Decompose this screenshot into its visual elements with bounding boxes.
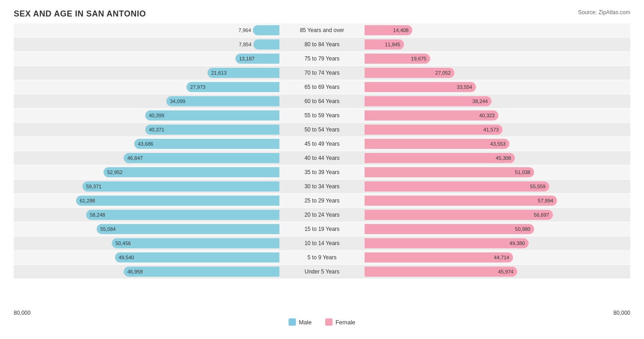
male-value: 43,686 xyxy=(138,141,153,147)
bar-row: 59,37130 to 34 Years55,559 xyxy=(14,180,630,193)
female-bar: 11,845 xyxy=(365,39,404,49)
left-half: 59,371 xyxy=(14,180,279,193)
bar-row: 43,68645 to 49 Years43,553 xyxy=(14,137,630,151)
female-value: 14,408 xyxy=(393,27,409,33)
age-label: 35 to 39 Years xyxy=(279,169,365,175)
left-half: 52,952 xyxy=(14,165,279,179)
left-half: 7,854 xyxy=(14,38,279,51)
male-bar: 46,847 xyxy=(124,153,279,163)
male-value: 34,099 xyxy=(170,98,186,104)
axis-bottom: 80,000 80,000 xyxy=(14,310,630,316)
right-half: 50,980 xyxy=(365,222,630,236)
male-value: 27,973 xyxy=(190,84,206,90)
left-half: 7,964 xyxy=(14,23,279,37)
male-bar: 7,854 xyxy=(253,39,279,49)
female-bar: 45,308 xyxy=(365,153,515,163)
bar-row: 40,39955 to 59 Years40,323 xyxy=(14,109,630,122)
female-value: 44,714 xyxy=(494,255,509,260)
left-half: 40,399 xyxy=(14,109,279,122)
bars-area: 7,96485 Years and over14,4087,85480 to 8… xyxy=(14,23,630,307)
female-bar: 41,573 xyxy=(365,125,502,135)
age-label: 80 to 84 Years xyxy=(279,41,365,48)
male-value: 50,456 xyxy=(115,241,131,246)
male-value: 59,371 xyxy=(86,184,102,189)
female-value: 45,308 xyxy=(496,155,511,161)
left-half: 55,084 xyxy=(14,222,279,236)
right-half: 41,573 xyxy=(365,123,630,137)
right-half: 49,380 xyxy=(365,236,630,250)
female-bar: 14,408 xyxy=(365,25,412,35)
male-value: 55,084 xyxy=(100,226,116,232)
right-half: 51,038 xyxy=(365,165,630,179)
age-label: 70 to 74 Years xyxy=(279,70,365,76)
female-bar: 55,559 xyxy=(365,181,549,191)
bar-row: 58,24820 to 24 Years56,697 xyxy=(14,208,630,222)
left-half: 43,686 xyxy=(14,137,279,151)
age-label: 50 to 54 Years xyxy=(279,126,365,133)
male-bar: 27,973 xyxy=(186,82,279,92)
male-bar: 61,288 xyxy=(76,196,279,206)
age-label: 20 to 24 Years xyxy=(279,212,365,218)
right-half: 43,553 xyxy=(365,137,630,151)
age-label: 40 to 44 Years xyxy=(279,155,365,161)
right-half: 45,974 xyxy=(365,265,630,279)
female-value: 40,323 xyxy=(479,113,495,118)
male-bar: 46,959 xyxy=(124,267,279,277)
male-value: 7,854 xyxy=(239,42,251,47)
male-value: 21,613 xyxy=(211,70,227,76)
chart-container: SEX AND AGE IN SAN ANTONIO Source: ZipAt… xyxy=(0,0,644,339)
bar-row: 61,28825 to 29 Years57,894 xyxy=(14,194,630,208)
male-bar: 13,187 xyxy=(235,54,279,64)
axis-right-label: 80,000 xyxy=(613,310,630,316)
right-half: 14,408 xyxy=(365,23,630,37)
source-text: Source: ZipAtlas.com xyxy=(578,9,630,16)
bar-row: 27,97365 to 69 Years33,554 xyxy=(14,80,630,94)
male-bar: 59,371 xyxy=(82,181,279,191)
male-value: 49,540 xyxy=(119,255,134,260)
right-half: 44,714 xyxy=(365,251,630,264)
age-label: 45 to 49 Years xyxy=(279,141,365,147)
bar-row: 7,85480 to 84 Years11,845 xyxy=(14,38,630,51)
chart-title: SEX AND AGE IN SAN ANTONIO xyxy=(14,9,630,19)
right-half: 19,675 xyxy=(365,52,630,66)
female-bar: 57,894 xyxy=(365,196,557,206)
male-bar: 43,686 xyxy=(134,139,279,149)
female-value: 49,380 xyxy=(509,241,525,246)
age-label: 75 to 79 Years xyxy=(279,55,365,62)
legend-female-box xyxy=(325,318,333,326)
male-value: 40,371 xyxy=(149,127,164,132)
male-value: 40,399 xyxy=(149,113,164,118)
female-bar: 33,554 xyxy=(365,82,476,92)
male-value: 7,964 xyxy=(238,27,251,33)
male-bar: 21,613 xyxy=(207,68,279,78)
age-label: 55 to 59 Years xyxy=(279,112,365,119)
bar-row: 55,08415 to 19 Years50,980 xyxy=(14,222,630,236)
legend-male-box xyxy=(289,318,296,326)
female-value: 43,553 xyxy=(490,141,506,147)
bar-row: 52,95235 to 39 Years51,038 xyxy=(14,165,630,179)
legend-female-label: Female xyxy=(335,319,355,326)
bar-row: 50,45610 to 14 Years49,380 xyxy=(14,236,630,250)
female-value: 19,675 xyxy=(411,56,426,61)
bar-row: 46,959Under 5 Years45,974 xyxy=(14,265,630,279)
age-label: 85 Years and over xyxy=(279,27,365,33)
female-bar: 27,052 xyxy=(365,68,454,78)
male-bar: 40,399 xyxy=(145,110,279,120)
left-half: 61,288 xyxy=(14,194,279,208)
female-value: 41,573 xyxy=(483,127,499,132)
right-half: 33,554 xyxy=(365,80,630,94)
female-bar: 51,038 xyxy=(365,167,534,177)
female-bar: 56,697 xyxy=(365,210,553,220)
left-half: 27,973 xyxy=(14,80,279,94)
female-value: 50,980 xyxy=(515,226,530,232)
male-value: 61,288 xyxy=(80,198,95,203)
female-bar: 38,244 xyxy=(365,96,491,106)
left-half: 49,540 xyxy=(14,251,279,264)
bar-row: 7,96485 Years and over14,408 xyxy=(14,23,630,37)
female-bar: 45,974 xyxy=(365,267,517,277)
male-bar: 49,540 xyxy=(115,252,279,262)
right-half: 55,559 xyxy=(365,180,630,193)
female-value: 57,894 xyxy=(538,198,553,203)
male-value: 46,959 xyxy=(127,269,143,274)
male-bar: 34,099 xyxy=(166,96,279,106)
